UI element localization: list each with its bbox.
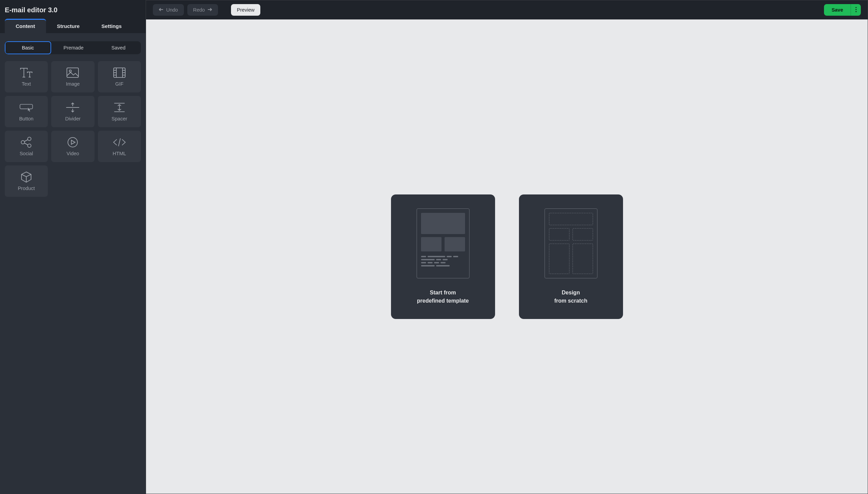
divider-icon <box>66 102 80 113</box>
preview-button[interactable]: Preview <box>231 4 260 16</box>
more-vertical-icon <box>855 7 857 13</box>
primary-tabs: Content Structure Settings <box>0 19 146 33</box>
block-label: HTML <box>113 151 126 156</box>
image-icon <box>66 67 80 78</box>
subtab-premade[interactable]: Premade <box>51 41 96 54</box>
template-thumbnail-icon <box>417 208 469 278</box>
button-label: Redo <box>193 7 205 13</box>
spacer-icon <box>112 102 127 113</box>
canvas: Start from predefined template <box>146 19 868 494</box>
block-product[interactable]: Product <box>5 165 48 197</box>
video-icon <box>66 136 80 148</box>
redo-button[interactable]: Redo <box>187 4 218 16</box>
block-label: Button <box>19 116 33 121</box>
button-label: Undo <box>166 7 178 13</box>
svg-point-25 <box>855 11 856 12</box>
gif-icon <box>112 67 127 78</box>
svg-rect-0 <box>67 68 78 77</box>
svg-point-20 <box>68 137 77 147</box>
block-divider[interactable]: Divider <box>51 96 94 127</box>
save-group: Save <box>824 4 861 16</box>
block-label: Social <box>19 151 33 156</box>
tab-content[interactable]: Content <box>5 19 46 33</box>
subtab-label: Premade <box>63 45 84 50</box>
caption-line: predefined template <box>417 297 469 305</box>
block-image[interactable]: Image <box>51 61 94 92</box>
caption-line: Start from <box>417 289 469 297</box>
block-social[interactable]: Social <box>5 131 48 162</box>
block-text[interactable]: Text <box>5 61 48 92</box>
subtab-basic[interactable]: Basic <box>5 41 51 54</box>
svg-rect-11 <box>20 104 33 109</box>
svg-point-1 <box>69 70 71 72</box>
subtab-saved[interactable]: Saved <box>96 41 141 54</box>
sub-tabs: Basic Premade Saved <box>5 41 141 54</box>
undo-button[interactable]: Undo <box>153 4 184 16</box>
block-label: Video <box>67 151 79 156</box>
subtab-label: Saved <box>112 45 126 50</box>
main: Undo Redo Preview Save <box>146 0 868 494</box>
tab-label: Structure <box>57 23 80 29</box>
svg-point-23 <box>855 7 856 8</box>
block-label: Product <box>18 186 35 191</box>
block-button[interactable]: Button <box>5 96 48 127</box>
caption-line: Design <box>554 289 588 297</box>
button-label: Save <box>831 7 843 13</box>
svg-point-24 <box>855 9 856 10</box>
text-icon <box>19 67 33 78</box>
sidebar: E-mail editor 3.0 Content Structure Sett… <box>0 0 146 494</box>
scratch-thumbnail-icon <box>545 208 597 278</box>
block-spacer[interactable]: Spacer <box>98 96 141 127</box>
html-icon <box>112 136 127 148</box>
page-title: E-mail editor 3.0 <box>0 0 146 17</box>
product-icon <box>19 171 33 183</box>
subtab-label: Basic <box>22 45 34 50</box>
svg-line-18 <box>24 140 28 142</box>
block-label: Spacer <box>112 116 127 121</box>
tab-structure[interactable]: Structure <box>46 19 91 33</box>
block-gif[interactable]: GIF <box>98 61 141 92</box>
card-caption: Start from predefined template <box>417 289 469 305</box>
svg-point-15 <box>21 141 25 144</box>
tab-label: Settings <box>101 23 121 29</box>
toolbar: Undo Redo Preview Save <box>146 0 868 19</box>
block-label: Divider <box>65 116 81 121</box>
svg-point-17 <box>28 144 31 147</box>
button-label: Preview <box>237 7 255 13</box>
svg-line-19 <box>24 143 28 145</box>
block-html[interactable]: HTML <box>98 131 141 162</box>
svg-point-16 <box>28 137 31 141</box>
caption-line: from scratch <box>554 297 588 305</box>
blocks-grid: Text Image GIF <box>5 61 141 197</box>
save-button[interactable]: Save <box>824 4 851 16</box>
block-label: Text <box>22 81 31 87</box>
arrow-right-icon <box>207 7 212 13</box>
block-label: Image <box>66 81 79 87</box>
button-icon <box>19 102 33 113</box>
arrow-left-icon <box>159 7 163 13</box>
save-more-button[interactable] <box>851 4 861 16</box>
block-video[interactable]: Video <box>51 131 94 162</box>
sidebar-body: Basic Premade Saved Text <box>0 33 146 494</box>
card-caption: Design from scratch <box>554 289 588 305</box>
tab-settings[interactable]: Settings <box>90 19 132 33</box>
block-label: GIF <box>115 81 124 87</box>
card-design-scratch[interactable]: Design from scratch <box>519 194 623 319</box>
social-icon <box>19 136 33 148</box>
card-start-template[interactable]: Start from predefined template <box>391 194 495 319</box>
svg-line-21 <box>118 139 120 146</box>
tab-label: Content <box>16 23 35 29</box>
